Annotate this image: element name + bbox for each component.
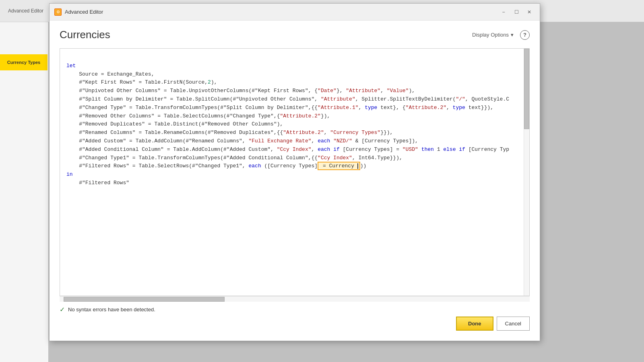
- code-content: let Source = Exchange_Rates, #"Kept Firs…: [66, 53, 529, 196]
- h-scrollbar-thumb[interactable]: [64, 297, 225, 302]
- currency-types-tab[interactable]: Currency Types: [0, 54, 47, 70]
- display-options-button[interactable]: Display Options ▾: [470, 30, 516, 39]
- header-row: Currencies Display Options ▾ ?: [60, 29, 530, 41]
- currency-types-label: Currency Types: [7, 60, 40, 65]
- vertical-scrollbar[interactable]: [524, 49, 529, 296]
- scrollbar-thumb[interactable]: [524, 49, 529, 129]
- title-bar: ⚙ Advanced Editor − ☐ ✕: [50, 4, 540, 21]
- done-button[interactable]: Done: [456, 317, 493, 331]
- dialog-icon: ⚙: [54, 8, 62, 16]
- footer-buttons: Done Cancel: [60, 317, 530, 335]
- chevron-down-icon: ▾: [511, 32, 514, 38]
- close-button[interactable]: ✕: [524, 8, 535, 16]
- horizontal-scrollbar[interactable]: [60, 296, 530, 302]
- header-controls: Display Options ▾ ?: [470, 30, 530, 40]
- top-bar-item-advanced-editor: Advanced Editor: [8, 8, 43, 14]
- status-check-icon: ✓: [60, 306, 65, 313]
- status-bar: ✓ No syntax errors have been detected.: [60, 302, 530, 317]
- display-options-label: Display Options: [472, 32, 509, 38]
- help-button[interactable]: ?: [520, 30, 530, 40]
- help-icon: ?: [523, 32, 526, 38]
- maximize-button[interactable]: ☐: [511, 8, 522, 16]
- dialog-title: Advanced Editor: [65, 9, 498, 15]
- left-panel: Currency Types: [0, 22, 48, 362]
- icon-char: ⚙: [56, 10, 60, 14]
- advanced-editor-dialog: ⚙ Advanced Editor − ☐ ✕ Currencies Displ…: [49, 3, 540, 341]
- code-scroll-area[interactable]: let Source = Exchange_Rates, #"Kept Firs…: [60, 49, 529, 296]
- status-text: No syntax errors have been detected.: [68, 306, 155, 313]
- window-controls: − ☐ ✕: [498, 8, 535, 16]
- minimize-button[interactable]: −: [498, 8, 509, 16]
- advanced-editor-tab-label: Advanced Editor: [8, 8, 43, 14]
- code-editor[interactable]: let Source = Exchange_Rates, #"Kept Firs…: [60, 48, 530, 296]
- cancel-button[interactable]: Cancel: [497, 317, 530, 331]
- dialog-content: Currencies Display Options ▾ ? let Sourc…: [50, 21, 540, 341]
- page-title: Currencies: [60, 29, 110, 41]
